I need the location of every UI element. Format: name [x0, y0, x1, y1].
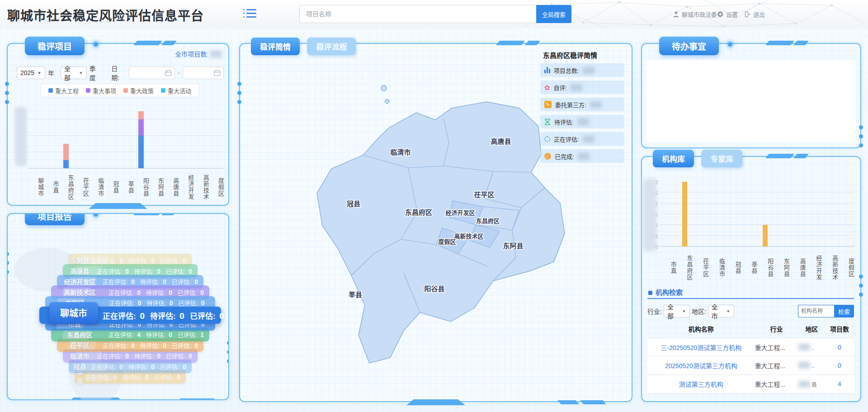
org-table: 机构名称 行业 地区 项目数 三-20250520测试第三方机构重大工程... … [647, 322, 854, 393]
org-name-link[interactable]: 测试第三方机构 [647, 379, 755, 388]
org-bar-东昌府区[interactable] [682, 182, 687, 246]
decoration [133, 41, 162, 45]
legend-item[interactable]: 重大事项 [86, 86, 116, 95]
industry-label: 行业: [647, 307, 662, 316]
org-name-input[interactable] [798, 305, 834, 317]
x-axis-label: 东昌府区 [676, 250, 693, 285]
calendar-icon [214, 70, 221, 76]
report-region-name: 东阿县 [69, 256, 91, 265]
legend-item[interactable]: 重大政策 [123, 86, 154, 95]
industry-select[interactable]: 全部▼ [664, 305, 690, 317]
loading-icon [544, 136, 550, 142]
region-label: 东昌府区 [405, 208, 432, 216]
decoration [161, 41, 177, 45]
region-label: 高新技术区 [454, 233, 483, 240]
obscured-value [583, 136, 594, 142]
date-start-input[interactable] [129, 66, 175, 79]
date-end-input[interactable] [183, 66, 224, 79]
panel-todo: 待办事宜 [641, 43, 861, 148]
legend-swatch [123, 88, 128, 93]
x-axis-label: 度假区 [209, 170, 224, 204]
decoration [859, 125, 863, 129]
settings-button[interactable]: 设置 [717, 10, 738, 19]
org-project-count[interactable]: 0 [825, 362, 854, 369]
org-project-count[interactable]: 4 [825, 380, 854, 388]
global-search-input[interactable] [299, 5, 536, 23]
legend-item[interactable]: 重大活动 [161, 86, 191, 95]
decoration [793, 41, 809, 45]
obscured-value [577, 118, 589, 125]
org-region: .. [798, 344, 825, 351]
x-axis-label: 临清市 [89, 170, 104, 204]
district-stat-row: 项目总数: [540, 63, 624, 77]
quarter-select[interactable]: 全部▼ [61, 66, 87, 79]
x-axis-label: 东昌府区 [58, 170, 73, 204]
report-stats: 正在评估: 0待评估: 0已评估: 0 [103, 277, 203, 286]
x-axis-label: 冠县 [725, 250, 741, 285]
gear-icon [717, 11, 724, 18]
report-stats: 正在评估: 0待评估: 0已评估: 0 [108, 288, 209, 297]
stat-label: 待评估: [554, 118, 574, 126]
region-label: 度假区 [438, 238, 456, 245]
stat-label: 项目总数: [554, 66, 579, 75]
tab-assessment-brief[interactable]: 稳评简情 [251, 38, 300, 55]
menu-icon[interactable] [243, 8, 257, 20]
bar-东昌府区[interactable] [63, 144, 69, 168]
region-label: 临清市 [390, 148, 410, 156]
hourglass-icon [544, 118, 551, 125]
logout-button[interactable]: 退出 [744, 10, 765, 19]
report-stats: 正在评估: 0待评估: 0已评估: 0 [97, 267, 198, 275]
panel-badge: 稳评项目 [25, 37, 85, 55]
org-industry: 重大工程... [755, 379, 798, 388]
tab-org-library[interactable]: 机构库 [653, 150, 694, 167]
report-region-name: 高唐县 [63, 266, 97, 275]
org-table-row[interactable]: 20250520测试第三方机构重大工程... ..0 [647, 356, 854, 375]
report-region-name: 冠县 [69, 362, 91, 371]
report-row-聊城市[interactable]: 聊城市正在评估: 0待评估: 0已评估: 0 [39, 307, 221, 324]
x-axis-label: 高唐县 [164, 170, 179, 204]
obscured-value [210, 51, 222, 57]
region-label: 经济开发区 [445, 209, 475, 216]
x-axis-label: 临清市 [708, 250, 725, 285]
settings-label: 设置 [726, 10, 738, 19]
x-axis-label: 市直 [43, 170, 58, 204]
org-table-row[interactable]: 测试第三方机构重大工程... 县4 [647, 375, 854, 393]
district-brief-card: 东昌府区稳评简情 项目总数:✿自评:✎委托第三方:待评估:正在评估:✓已完成: [540, 50, 624, 166]
edit-icon: ✎ [544, 101, 552, 108]
org-name-link[interactable]: 三-20250520测试第三方机构 [647, 343, 755, 352]
tab-assessment-flow[interactable]: 稳评流程 [307, 38, 356, 55]
date-label: 日期: [111, 64, 125, 82]
tab-expert-library[interactable]: 专家库 [701, 150, 742, 167]
district-stat-row: ✎委托第三方: [540, 98, 624, 111]
org-table-row[interactable]: 三-20250520测试第三方机构重大工程... ..0 [647, 338, 854, 356]
report-region-name: 高新技术区 [51, 288, 108, 297]
x-axis-label: 莘县 [118, 170, 133, 204]
org-region: .. [798, 362, 825, 369]
region-label: 高唐县 [491, 137, 511, 145]
org-search-button[interactable]: 检索 [834, 305, 854, 317]
legend-swatch [161, 88, 165, 93]
decoration [5, 82, 9, 86]
report-stats: 正在评估: 0待评估: 0已评估: 0 [97, 351, 198, 360]
org-region: 县 [798, 380, 825, 388]
panel-assessment-projects: 稳评项目 全市项目数: 2025▼ 年 全部▼ 季度 日期: - [7, 43, 229, 206]
dashboard: 聊城市社会稳定风险评估信息平台 全局搜索 聊城市政法委 设置 退出 稳评项目 全… [0, 0, 868, 412]
org-bar-阳谷县[interactable] [763, 225, 768, 246]
user-icon [673, 11, 679, 18]
region-label: 地区: [692, 307, 706, 316]
org-table-header: 机构名称 行业 地区 项目数 [647, 322, 854, 338]
year-select[interactable]: 2025▼ [17, 66, 45, 79]
report-stats: 正在评估: 0待评估: 0已评估: 0 [103, 310, 229, 321]
org-name-link[interactable]: 20250520测试第三方机构 [647, 361, 755, 370]
global-search-button[interactable]: 全局搜索 [536, 5, 571, 23]
legend-item[interactable]: 重大工程 [48, 86, 79, 95]
org-bar-chart: 32.521.510.50 [660, 182, 854, 247]
report-region-name: 东昌府区 [51, 330, 108, 339]
stat-label: 委托第三方: [555, 100, 586, 109]
region-label: 东昌府区 [476, 218, 500, 224]
region-select[interactable]: 全市▼ [708, 305, 734, 317]
org-project-count[interactable]: 0 [825, 344, 854, 351]
bar-阳谷县[interactable] [138, 111, 144, 168]
x-axis-label: 高新技术 [194, 170, 209, 204]
x-axis-label: 高新技术 [822, 250, 838, 285]
